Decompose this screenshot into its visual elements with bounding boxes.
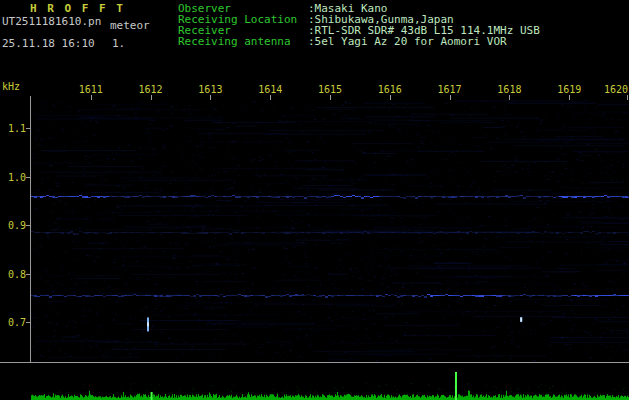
- hrofft-output-image: H R O F F T UT2511181610.pn meteor 25.11…: [0, 0, 629, 400]
- freq-tick-label: 1.0: [4, 172, 26, 183]
- freq-tick-label: 1.1: [4, 123, 26, 134]
- station-name: meteor: [110, 20, 150, 32]
- time-tick-label: 1618: [497, 84, 521, 95]
- time-tick-label: 1613: [198, 84, 222, 95]
- field-value-antenna: :5el Yagi Az 20 for Aomori VOR: [308, 36, 507, 48]
- app-title: H R O F F T: [30, 3, 125, 15]
- time-tick-label: 1617: [438, 84, 462, 95]
- output-filename: UT2511181610.pn: [2, 16, 101, 28]
- signal-level-canvas: [31, 363, 629, 400]
- page-counter: 1.: [112, 38, 125, 50]
- khz-axis-label: kHz: [2, 81, 20, 92]
- freq-tick-label: 0.9: [4, 220, 26, 231]
- time-tick-label: 1611: [79, 84, 103, 95]
- time-tick-label: 1615: [318, 84, 342, 95]
- time-tick-label: 1619: [557, 84, 581, 95]
- field-label-antenna: Receiving antenna: [178, 36, 291, 48]
- timestamp: 25.11.18 16:10: [2, 38, 95, 50]
- time-tick-label: 1612: [139, 84, 163, 95]
- spectrogram-canvas: [31, 100, 629, 361]
- time-tick-label: 1616: [378, 84, 402, 95]
- time-tick-label: 1620: [604, 84, 628, 95]
- freq-tick-label: 0.7: [4, 317, 26, 328]
- freq-tick-label: 0.8: [4, 269, 26, 280]
- time-tick-label: 1614: [258, 84, 282, 95]
